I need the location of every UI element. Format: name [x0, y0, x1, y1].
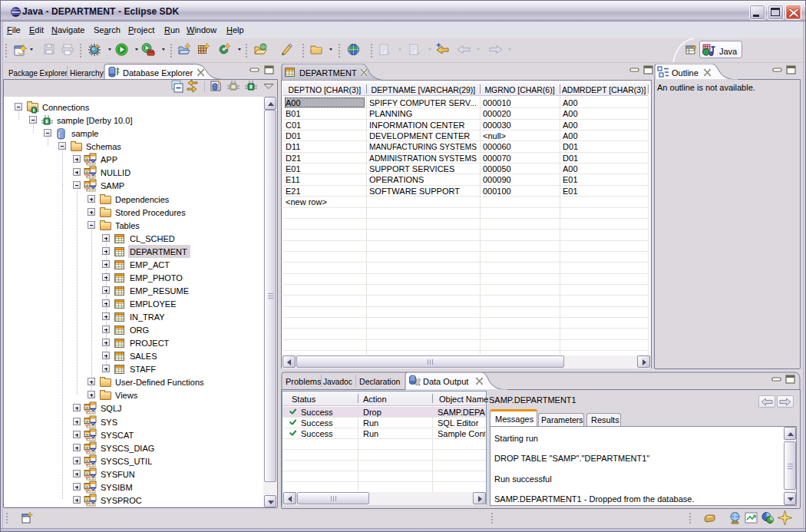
- svg-text:01: 01: [415, 382, 421, 386]
